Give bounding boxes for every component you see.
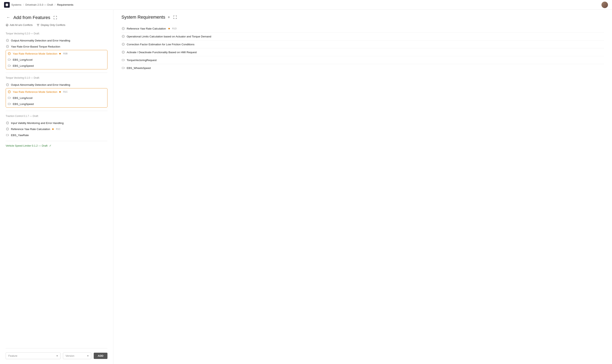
conflict-dot (59, 91, 61, 93)
requirement-icon (122, 42, 125, 46)
item-text: EBS_LongSpeed (13, 64, 34, 67)
breadcrumb-systems[interactable]: Systems (11, 3, 21, 6)
requirement-icon (8, 52, 11, 55)
section-divider (6, 73, 108, 73)
feature-select[interactable]: Feature ▾ (6, 352, 60, 359)
conflict-dot (52, 129, 54, 130)
req-item[interactable]: Operational Limits Calculation based on … (122, 33, 604, 40)
back-button[interactable]: ← (6, 14, 11, 20)
svg-point-31 (8, 129, 8, 129)
user-avatar[interactable] (601, 2, 608, 8)
list-item[interactable]: EBS_LongSpeed (8, 101, 106, 107)
req-item[interactable]: Activate / Deactivate Functionality Base… (122, 48, 604, 56)
main-layout: ← Add from Features Add All w/o Conflict… (0, 10, 612, 364)
breadcrumb-sep-2: / (55, 3, 55, 6)
section-label-torque-01: Torque Vectoring 0.1.0 — Draft: (6, 77, 108, 79)
req-badge: R1D (172, 27, 177, 30)
svg-point-47 (123, 52, 123, 52)
svg-rect-50 (122, 67, 124, 69)
add-all-label: Add All w/o Conflicts (10, 24, 33, 26)
expand-button[interactable] (53, 15, 58, 20)
breadcrumb-sep-1: / (23, 3, 24, 6)
right-title: System Requirements (122, 14, 165, 20)
list-item[interactable]: Output Abnormality Detection and Error H… (6, 82, 108, 88)
version-placeholder: Version (66, 354, 74, 357)
list-item[interactable]: EBS_LongAccel (8, 95, 106, 101)
svg-point-34 (122, 28, 123, 29)
item-text: EBS_LongAccel (13, 58, 33, 61)
add-requirement-button[interactable]: + (168, 15, 170, 20)
list-item[interactable]: EBS_LongSpeed (8, 63, 106, 69)
svg-point-20 (9, 91, 10, 92)
add-confirm-button[interactable]: ADD (94, 353, 108, 359)
list-item[interactable]: EBS_YawRate (6, 132, 108, 138)
list-item[interactable]: Output Abnormality Detection and Error H… (6, 38, 108, 43)
panel-header: ← Add from Features (6, 14, 108, 20)
bottom-add-row: Feature ▾ Version ▾ ADD (6, 348, 108, 359)
requirement-icon (122, 35, 125, 38)
requirement-icon (122, 50, 125, 54)
svg-point-11 (10, 53, 10, 54)
svg-rect-12 (8, 59, 10, 61)
input-icon (8, 64, 11, 67)
item-badge: R1C (63, 91, 68, 93)
svg-point-21 (10, 91, 10, 92)
list-item[interactable]: Yaw Rate Reference Mode Selection R3B (8, 51, 106, 57)
svg-rect-23 (8, 103, 10, 105)
svg-point-19 (9, 91, 9, 92)
list-item[interactable]: EBS_LongAccel (8, 57, 106, 63)
list-item[interactable]: Yaw Rate Reference Mode Selection R1C (8, 89, 106, 95)
breadcrumb-drivetrain[interactable]: Drivetrain 2.5.0 — Draft (25, 3, 53, 6)
requirement-icon (6, 121, 9, 125)
version-select[interactable]: Version ▾ (63, 352, 91, 359)
req-item[interactable]: Correction Factor Estimation for Low Fri… (122, 40, 604, 48)
req-text: EBS_WheelsSpeed (127, 66, 151, 70)
req-item[interactable]: Reference Yaw Rate Calculation R1D (122, 25, 604, 33)
svg-point-39 (123, 36, 123, 37)
svg-point-27 (8, 123, 8, 123)
item-text-orange: Yaw Rate Reference Mode Selection (13, 91, 57, 93)
input-icon (122, 58, 125, 62)
svg-point-38 (122, 36, 123, 37)
section-label-torque-02: Torque Vectoring 0.2.0 — Draft: (6, 32, 108, 35)
svg-point-17 (8, 85, 8, 85)
action-row: Add All w/o Conflicts Display Only Confl… (6, 24, 108, 26)
feature-placeholder: Feature (8, 354, 17, 357)
section-vehicle-speed: Vehicle Speed Limiter 0.1.2 — Draft ✓ (6, 144, 108, 149)
add-all-button[interactable]: Add All w/o Conflicts (6, 24, 33, 26)
requirement-icon (6, 45, 9, 48)
svg-point-30 (7, 129, 8, 129)
item-text: EBS_LongSpeed (13, 103, 34, 105)
svg-point-42 (122, 44, 123, 44)
requirement-icon (6, 127, 9, 131)
section-torque-02: Torque Vectoring 0.2.0 — Draft: Output A… (6, 31, 108, 70)
item-badge: R1C (56, 128, 60, 130)
section-label-vehicle: Vehicle Speed Limiter 0.1.2 — Draft (6, 144, 48, 147)
item-badge: R3B (63, 52, 68, 55)
svg-point-25 (7, 123, 7, 123)
input-icon (8, 58, 11, 62)
section-label-traction: Traction Control 0.1.7 — Draft: (6, 115, 108, 117)
req-text: TorqueVectoringRequest (127, 59, 157, 62)
svg-point-16 (7, 85, 8, 85)
req-item[interactable]: TorqueVectoringRequest (122, 56, 604, 64)
item-text: Output Abnormality Detection and Error H… (11, 39, 70, 42)
svg-point-10 (9, 53, 10, 54)
version-chevron-icon: ▾ (87, 354, 89, 357)
svg-point-2 (7, 40, 8, 41)
req-text: Reference Yaw Rate Calculation (127, 27, 166, 30)
section-traction: Traction Control 0.1.7 — Draft: Input Va… (6, 114, 108, 138)
top-nav: Systems / Drivetrain 2.5.0 — Draft / Req… (0, 0, 612, 10)
conflict-dot (59, 53, 61, 54)
right-expand-button[interactable] (172, 14, 178, 20)
svg-point-15 (7, 85, 7, 85)
app-logo (4, 2, 10, 8)
list-item[interactable]: Yaw Rate Error-Based Torque Reduction (6, 43, 108, 50)
req-text: Correction Factor Estimation for Low Fri… (127, 43, 194, 46)
req-item[interactable]: EBS_WheelsSpeed (122, 64, 604, 72)
breadcrumb-requirements: Requirements (57, 3, 73, 6)
list-item[interactable]: Reference Yaw Rate Calculation R1C (6, 126, 108, 132)
req-text: Operational Limits Calculation based on … (127, 35, 211, 38)
display-conflicts-button[interactable]: Display Only Conflicts (37, 24, 65, 26)
list-item[interactable]: Input Validity Monitoring and Error Hand… (6, 120, 108, 126)
